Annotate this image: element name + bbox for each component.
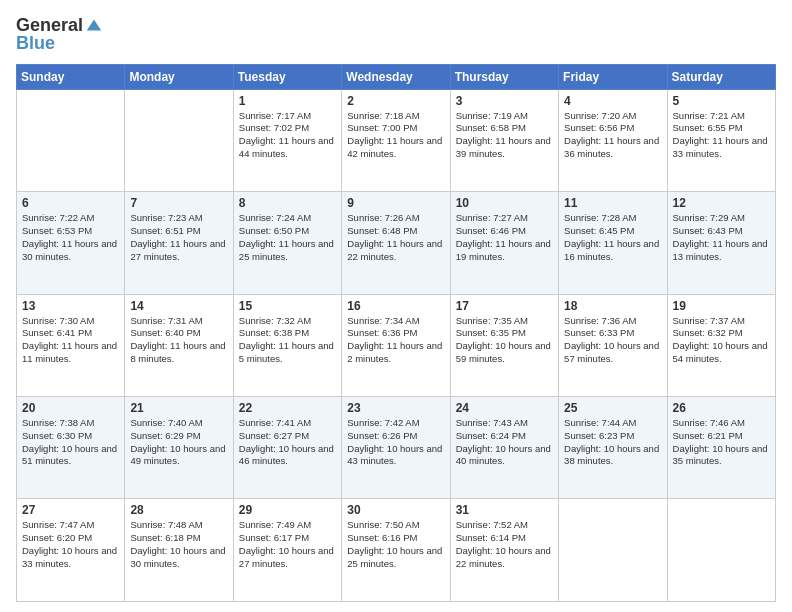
day-number: 31 (456, 503, 553, 517)
calendar-cell: 29Sunrise: 7:49 AMSunset: 6:17 PMDayligh… (233, 499, 341, 602)
calendar-cell: 28Sunrise: 7:48 AMSunset: 6:18 PMDayligh… (125, 499, 233, 602)
day-number: 12 (673, 196, 770, 210)
day-number: 25 (564, 401, 661, 415)
cell-info: Sunrise: 7:18 AMSunset: 7:00 PMDaylight:… (347, 110, 444, 161)
cell-info: Sunrise: 7:28 AMSunset: 6:45 PMDaylight:… (564, 212, 661, 263)
day-number: 14 (130, 299, 227, 313)
calendar-cell: 22Sunrise: 7:41 AMSunset: 6:27 PMDayligh… (233, 397, 341, 499)
calendar-cell: 18Sunrise: 7:36 AMSunset: 6:33 PMDayligh… (559, 294, 667, 396)
weekday-header-sunday: Sunday (17, 64, 125, 89)
day-number: 15 (239, 299, 336, 313)
day-number: 22 (239, 401, 336, 415)
calendar-cell: 5Sunrise: 7:21 AMSunset: 6:55 PMDaylight… (667, 89, 775, 191)
cell-info: Sunrise: 7:22 AMSunset: 6:53 PMDaylight:… (22, 212, 119, 263)
cell-info: Sunrise: 7:29 AMSunset: 6:43 PMDaylight:… (673, 212, 770, 263)
week-row-1: 1Sunrise: 7:17 AMSunset: 7:02 PMDaylight… (17, 89, 776, 191)
cell-info: Sunrise: 7:24 AMSunset: 6:50 PMDaylight:… (239, 212, 336, 263)
cell-info: Sunrise: 7:35 AMSunset: 6:35 PMDaylight:… (456, 315, 553, 366)
day-number: 2 (347, 94, 444, 108)
cell-info: Sunrise: 7:47 AMSunset: 6:20 PMDaylight:… (22, 519, 119, 570)
cell-info: Sunrise: 7:30 AMSunset: 6:41 PMDaylight:… (22, 315, 119, 366)
day-number: 23 (347, 401, 444, 415)
calendar-cell: 14Sunrise: 7:31 AMSunset: 6:40 PMDayligh… (125, 294, 233, 396)
svg-marker-0 (87, 19, 101, 30)
cell-info: Sunrise: 7:38 AMSunset: 6:30 PMDaylight:… (22, 417, 119, 468)
calendar-cell (667, 499, 775, 602)
day-number: 11 (564, 196, 661, 210)
day-number: 5 (673, 94, 770, 108)
weekday-header-friday: Friday (559, 64, 667, 89)
day-number: 19 (673, 299, 770, 313)
calendar-cell: 19Sunrise: 7:37 AMSunset: 6:32 PMDayligh… (667, 294, 775, 396)
day-number: 27 (22, 503, 119, 517)
week-row-3: 13Sunrise: 7:30 AMSunset: 6:41 PMDayligh… (17, 294, 776, 396)
calendar-cell: 25Sunrise: 7:44 AMSunset: 6:23 PMDayligh… (559, 397, 667, 499)
cell-info: Sunrise: 7:32 AMSunset: 6:38 PMDaylight:… (239, 315, 336, 366)
calendar-cell: 3Sunrise: 7:19 AMSunset: 6:58 PMDaylight… (450, 89, 558, 191)
calendar-cell (125, 89, 233, 191)
calendar-cell: 20Sunrise: 7:38 AMSunset: 6:30 PMDayligh… (17, 397, 125, 499)
calendar-cell: 1Sunrise: 7:17 AMSunset: 7:02 PMDaylight… (233, 89, 341, 191)
calendar-cell: 11Sunrise: 7:28 AMSunset: 6:45 PMDayligh… (559, 192, 667, 294)
calendar-cell: 31Sunrise: 7:52 AMSunset: 6:14 PMDayligh… (450, 499, 558, 602)
cell-info: Sunrise: 7:44 AMSunset: 6:23 PMDaylight:… (564, 417, 661, 468)
header: General Blue (16, 16, 776, 54)
cell-info: Sunrise: 7:40 AMSunset: 6:29 PMDaylight:… (130, 417, 227, 468)
day-number: 30 (347, 503, 444, 517)
cell-info: Sunrise: 7:41 AMSunset: 6:27 PMDaylight:… (239, 417, 336, 468)
cell-info: Sunrise: 7:36 AMSunset: 6:33 PMDaylight:… (564, 315, 661, 366)
cell-info: Sunrise: 7:27 AMSunset: 6:46 PMDaylight:… (456, 212, 553, 263)
week-row-5: 27Sunrise: 7:47 AMSunset: 6:20 PMDayligh… (17, 499, 776, 602)
day-number: 10 (456, 196, 553, 210)
calendar-cell: 4Sunrise: 7:20 AMSunset: 6:56 PMDaylight… (559, 89, 667, 191)
cell-info: Sunrise: 7:37 AMSunset: 6:32 PMDaylight:… (673, 315, 770, 366)
calendar-cell: 12Sunrise: 7:29 AMSunset: 6:43 PMDayligh… (667, 192, 775, 294)
day-number: 21 (130, 401, 227, 415)
calendar-cell: 2Sunrise: 7:18 AMSunset: 7:00 PMDaylight… (342, 89, 450, 191)
calendar-cell (559, 499, 667, 602)
calendar-cell: 24Sunrise: 7:43 AMSunset: 6:24 PMDayligh… (450, 397, 558, 499)
cell-info: Sunrise: 7:31 AMSunset: 6:40 PMDaylight:… (130, 315, 227, 366)
cell-info: Sunrise: 7:23 AMSunset: 6:51 PMDaylight:… (130, 212, 227, 263)
weekday-header-saturday: Saturday (667, 64, 775, 89)
week-row-4: 20Sunrise: 7:38 AMSunset: 6:30 PMDayligh… (17, 397, 776, 499)
day-number: 20 (22, 401, 119, 415)
weekday-header-thursday: Thursday (450, 64, 558, 89)
cell-info: Sunrise: 7:42 AMSunset: 6:26 PMDaylight:… (347, 417, 444, 468)
day-number: 16 (347, 299, 444, 313)
day-number: 9 (347, 196, 444, 210)
day-number: 29 (239, 503, 336, 517)
weekday-header-monday: Monday (125, 64, 233, 89)
calendar-cell: 13Sunrise: 7:30 AMSunset: 6:41 PMDayligh… (17, 294, 125, 396)
cell-info: Sunrise: 7:26 AMSunset: 6:48 PMDaylight:… (347, 212, 444, 263)
day-number: 4 (564, 94, 661, 108)
calendar-table: SundayMondayTuesdayWednesdayThursdayFrid… (16, 64, 776, 602)
cell-info: Sunrise: 7:34 AMSunset: 6:36 PMDaylight:… (347, 315, 444, 366)
day-number: 6 (22, 196, 119, 210)
calendar-cell: 7Sunrise: 7:23 AMSunset: 6:51 PMDaylight… (125, 192, 233, 294)
calendar-cell: 23Sunrise: 7:42 AMSunset: 6:26 PMDayligh… (342, 397, 450, 499)
weekday-header-wednesday: Wednesday (342, 64, 450, 89)
cell-info: Sunrise: 7:20 AMSunset: 6:56 PMDaylight:… (564, 110, 661, 161)
calendar-cell: 9Sunrise: 7:26 AMSunset: 6:48 PMDaylight… (342, 192, 450, 294)
weekday-header-row: SundayMondayTuesdayWednesdayThursdayFrid… (17, 64, 776, 89)
calendar-cell: 8Sunrise: 7:24 AMSunset: 6:50 PMDaylight… (233, 192, 341, 294)
cell-info: Sunrise: 7:21 AMSunset: 6:55 PMDaylight:… (673, 110, 770, 161)
calendar-cell: 17Sunrise: 7:35 AMSunset: 6:35 PMDayligh… (450, 294, 558, 396)
weekday-header-tuesday: Tuesday (233, 64, 341, 89)
calendar-cell: 10Sunrise: 7:27 AMSunset: 6:46 PMDayligh… (450, 192, 558, 294)
calendar-cell: 30Sunrise: 7:50 AMSunset: 6:16 PMDayligh… (342, 499, 450, 602)
day-number: 18 (564, 299, 661, 313)
week-row-2: 6Sunrise: 7:22 AMSunset: 6:53 PMDaylight… (17, 192, 776, 294)
day-number: 17 (456, 299, 553, 313)
cell-info: Sunrise: 7:50 AMSunset: 6:16 PMDaylight:… (347, 519, 444, 570)
calendar-cell: 6Sunrise: 7:22 AMSunset: 6:53 PMDaylight… (17, 192, 125, 294)
day-number: 26 (673, 401, 770, 415)
cell-info: Sunrise: 7:19 AMSunset: 6:58 PMDaylight:… (456, 110, 553, 161)
cell-info: Sunrise: 7:43 AMSunset: 6:24 PMDaylight:… (456, 417, 553, 468)
cell-info: Sunrise: 7:49 AMSunset: 6:17 PMDaylight:… (239, 519, 336, 570)
day-number: 13 (22, 299, 119, 313)
day-number: 1 (239, 94, 336, 108)
logo-icon (85, 16, 103, 34)
cell-info: Sunrise: 7:46 AMSunset: 6:21 PMDaylight:… (673, 417, 770, 468)
